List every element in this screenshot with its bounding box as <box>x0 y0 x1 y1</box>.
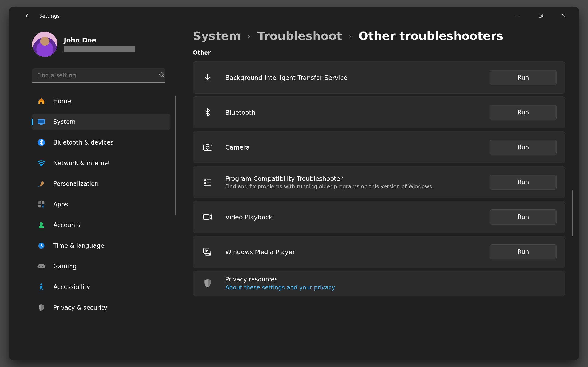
svg-rect-8 <box>40 124 43 125</box>
sidebar-item-label: Home <box>53 98 71 105</box>
search-input[interactable] <box>32 68 165 83</box>
svg-rect-17 <box>37 265 45 268</box>
sidebar-item-label: Bluetooth & devices <box>53 139 113 146</box>
sidebar-item-personalization[interactable]: Personalization <box>32 175 170 192</box>
brush-icon <box>37 180 45 188</box>
sidebar-item-label: Gaming <box>53 263 77 270</box>
minimize-button[interactable] <box>506 9 529 23</box>
troubleshooter-title: Camera <box>225 144 490 151</box>
sidebar-item-accounts[interactable]: Accounts <box>32 217 170 233</box>
main-scrollbar[interactable] <box>572 190 573 236</box>
profile-name: John Doe <box>64 36 135 44</box>
close-button[interactable] <box>552 9 575 23</box>
profile-email-redacted <box>64 46 135 52</box>
search-box[interactable] <box>32 68 170 83</box>
sidebar: John Doe Home <box>9 25 179 360</box>
media-icon <box>201 247 214 257</box>
svg-rect-23 <box>204 179 206 181</box>
troubleshooter-row: Background Intelligent Transfer Service … <box>193 61 565 94</box>
window-controls <box>506 9 575 23</box>
list-icon <box>201 177 214 187</box>
svg-rect-28 <box>203 215 209 219</box>
system-icon <box>37 118 45 126</box>
sidebar-item-accessibility[interactable]: Accessibility <box>32 279 170 295</box>
home-icon <box>37 97 45 105</box>
run-button[interactable]: Run <box>490 105 556 120</box>
profile-block[interactable]: John Doe <box>32 32 170 57</box>
sidebar-item-home[interactable]: Home <box>32 93 170 109</box>
svg-point-10 <box>41 165 42 166</box>
shield-icon <box>37 303 45 312</box>
troubleshooter-row: Windows Media Player Run <box>193 236 565 268</box>
svg-line-5 <box>163 76 164 77</box>
breadcrumb-troubleshoot[interactable]: Troubleshoot <box>258 29 342 43</box>
troubleshooter-row: Camera Run <box>193 131 565 163</box>
svg-rect-21 <box>203 145 212 150</box>
sidebar-item-label: Apps <box>53 201 68 208</box>
svg-rect-7 <box>38 120 44 123</box>
svg-point-14 <box>42 205 44 207</box>
troubleshooter-title: Background Intelligent Transfer Service <box>225 74 490 81</box>
bluetooth-icon <box>37 138 45 147</box>
avatar <box>32 32 57 57</box>
sidebar-item-gaming[interactable]: Gaming <box>32 258 170 275</box>
privacy-title: Privacy resources <box>225 276 556 283</box>
sidebar-item-privacy-security[interactable]: Privacy & security <box>32 299 170 316</box>
sidebar-item-network[interactable]: Network & internet <box>32 155 170 171</box>
sidebar-item-apps[interactable]: Apps <box>32 196 170 213</box>
settings-window: Settings John Doe <box>9 7 579 360</box>
sidebar-item-label: Accounts <box>53 222 81 228</box>
accessibility-icon <box>37 283 45 291</box>
apps-icon <box>37 200 45 209</box>
run-button[interactable]: Run <box>490 70 556 85</box>
run-button[interactable]: Run <box>490 140 556 155</box>
back-button[interactable] <box>23 11 32 20</box>
troubleshooter-title: Windows Media Player <box>225 248 490 256</box>
bluetooth-icon <box>201 107 214 117</box>
sidebar-item-label: Time & language <box>53 242 104 249</box>
privacy-resources-row: Privacy resources About these settings a… <box>193 271 565 296</box>
sidebar-item-bluetooth[interactable]: Bluetooth & devices <box>32 134 170 151</box>
chevron-right-icon: › <box>248 32 250 40</box>
troubleshooter-row: Bluetooth Run <box>193 96 565 128</box>
run-button[interactable]: Run <box>490 175 556 190</box>
breadcrumb-current: Other troubleshooters <box>359 29 503 43</box>
privacy-link[interactable]: About these settings and your privacy <box>225 284 556 291</box>
gaming-icon <box>37 262 45 270</box>
wifi-icon <box>37 159 45 167</box>
svg-rect-24 <box>204 182 206 184</box>
maximize-button[interactable] <box>529 9 552 23</box>
svg-point-20 <box>40 283 42 285</box>
svg-point-19 <box>43 266 43 267</box>
svg-rect-1 <box>539 15 542 17</box>
svg-rect-12 <box>42 201 44 204</box>
run-button[interactable]: Run <box>490 244 556 259</box>
window-title: Settings <box>39 13 60 19</box>
breadcrumb-system[interactable]: System <box>193 29 241 43</box>
troubleshooter-subtitle: Find and fix problems with running older… <box>225 184 490 190</box>
troubleshooter-title: Video Playback <box>225 214 490 221</box>
breadcrumb: System › Troubleshoot › Other troublesho… <box>193 29 565 43</box>
download-icon <box>201 73 214 82</box>
svg-point-22 <box>206 146 209 149</box>
search-icon <box>159 72 165 79</box>
svg-rect-13 <box>38 205 41 207</box>
titlebar: Settings <box>9 7 579 25</box>
sidebar-item-time-language[interactable]: Time & language <box>32 237 170 254</box>
account-icon <box>37 221 45 229</box>
sidebar-item-label: Privacy & security <box>53 304 107 311</box>
run-button[interactable]: Run <box>490 209 556 225</box>
main-content: System › Troubleshoot › Other troublesho… <box>179 25 579 360</box>
troubleshooter-title: Bluetooth <box>225 109 490 116</box>
svg-point-15 <box>40 222 43 225</box>
sidebar-item-system[interactable]: System <box>32 114 170 130</box>
troubleshooter-row: Program Compatibility Troubleshooter Fin… <box>193 166 565 198</box>
svg-point-18 <box>39 266 40 267</box>
sidebar-item-label: Accessibility <box>53 284 90 290</box>
chevron-right-icon: › <box>349 32 352 40</box>
clock-icon <box>37 242 45 250</box>
nav-list: Home System Bluetooth & devices <box>32 93 170 320</box>
section-other-heading: Other <box>193 50 565 56</box>
camera-icon <box>201 143 214 151</box>
sidebar-scrollbar[interactable] <box>175 96 176 215</box>
